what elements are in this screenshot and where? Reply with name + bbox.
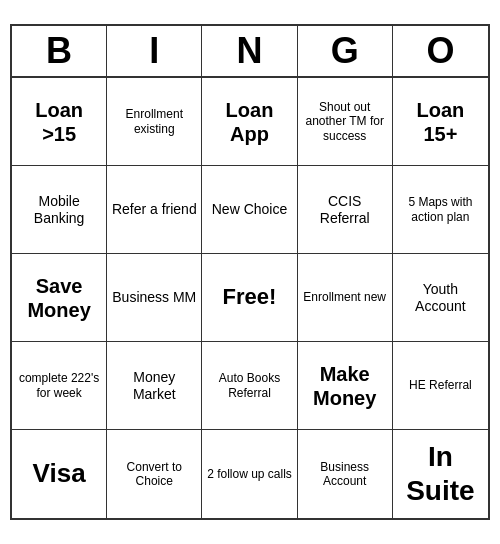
bingo-cell-4: Loan 15+	[393, 78, 488, 166]
header-letter: N	[202, 26, 297, 76]
bingo-cell-23: Business Account	[298, 430, 393, 518]
bingo-header: BINGO	[12, 26, 488, 78]
bingo-cell-24: In Suite	[393, 430, 488, 518]
bingo-cell-2: Loan App	[202, 78, 297, 166]
bingo-cell-3: Shout out another TM for success	[298, 78, 393, 166]
header-letter: G	[298, 26, 393, 76]
bingo-cell-12: Free!	[202, 254, 297, 342]
bingo-cell-16: Money Market	[107, 342, 202, 430]
bingo-cell-6: Refer a friend	[107, 166, 202, 254]
bingo-cell-18: Make Money	[298, 342, 393, 430]
bingo-cell-21: Convert to Choice	[107, 430, 202, 518]
bingo-cell-0: Loan >15	[12, 78, 107, 166]
bingo-cell-22: 2 follow up calls	[202, 430, 297, 518]
bingo-card: BINGO Loan >15Enrollment existingLoan Ap…	[10, 24, 490, 520]
bingo-cell-7: New Choice	[202, 166, 297, 254]
bingo-cell-5: Mobile Banking	[12, 166, 107, 254]
header-letter: B	[12, 26, 107, 76]
bingo-cell-17: Auto Books Referral	[202, 342, 297, 430]
header-letter: O	[393, 26, 488, 76]
bingo-cell-20: Visa	[12, 430, 107, 518]
bingo-grid: Loan >15Enrollment existingLoan AppShout…	[12, 78, 488, 518]
bingo-cell-8: CCIS Referral	[298, 166, 393, 254]
bingo-cell-1: Enrollment existing	[107, 78, 202, 166]
bingo-cell-13: Enrollment new	[298, 254, 393, 342]
bingo-cell-15: complete 222's for week	[12, 342, 107, 430]
bingo-cell-10: Save Money	[12, 254, 107, 342]
bingo-cell-11: Business MM	[107, 254, 202, 342]
header-letter: I	[107, 26, 202, 76]
bingo-cell-9: 5 Maps with action plan	[393, 166, 488, 254]
bingo-cell-14: Youth Account	[393, 254, 488, 342]
bingo-cell-19: HE Referral	[393, 342, 488, 430]
